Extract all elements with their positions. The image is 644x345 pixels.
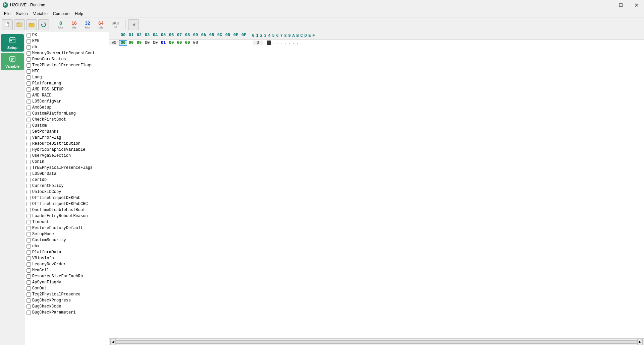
- hex-content[interactable]: 00000000000001000000000.........: [109, 40, 644, 338]
- variable-item[interactable]: OfflineUniqueIDEKPub: [25, 195, 109, 201]
- variable-checkbox[interactable]: [26, 51, 31, 56]
- char-cell[interactable]: .: [279, 41, 283, 45]
- variable-item[interactable]: PK: [25, 32, 109, 38]
- variable-checkbox[interactable]: [26, 220, 31, 224]
- variable-checkbox[interactable]: [26, 226, 31, 230]
- variable-checkbox[interactable]: [26, 63, 31, 68]
- variable-item[interactable]: UserVgaSelection: [25, 153, 109, 159]
- variable-item[interactable]: ApSyncFlagNv: [25, 279, 109, 285]
- menu-file[interactable]: File: [1, 11, 13, 17]
- variable-checkbox[interactable]: [26, 93, 31, 98]
- variable-checkbox[interactable]: [26, 45, 31, 50]
- variable-checkbox[interactable]: [26, 232, 31, 236]
- variable-item[interactable]: LoaderEntryRebootReason: [25, 213, 109, 219]
- variable-checkbox[interactable]: [26, 87, 31, 92]
- hex-cell[interactable]: 00: [151, 41, 159, 45]
- variable-checkbox[interactable]: [26, 124, 31, 128]
- scroll-left-button[interactable]: ◀: [110, 339, 116, 345]
- variable-checkbox[interactable]: [26, 190, 31, 194]
- variable-item[interactable]: PlatformLang: [25, 80, 109, 86]
- variable-item[interactable]: AmdSetup: [25, 105, 109, 111]
- variable-checkbox[interactable]: [26, 69, 31, 74]
- variable-checkbox[interactable]: [26, 280, 31, 285]
- variable-item[interactable]: certdb: [25, 177, 109, 183]
- hex-cell[interactable]: 00: [175, 41, 183, 45]
- variable-checkbox[interactable]: [26, 256, 31, 261]
- variable-checkbox[interactable]: [26, 106, 31, 110]
- variable-checkbox[interactable]: [26, 166, 31, 170]
- variable-checkbox[interactable]: [26, 292, 31, 297]
- variable-item[interactable]: BugCheckProgress: [25, 297, 109, 303]
- variable-item[interactable]: RestoreFactoryDefault: [25, 225, 109, 231]
- variable-item[interactable]: DownCoreStatus: [25, 56, 109, 62]
- menu-compare[interactable]: Compare: [50, 11, 72, 17]
- variable-item[interactable]: BugCheckCode: [25, 303, 109, 309]
- menu-variable[interactable]: Variable: [31, 11, 50, 17]
- hex-cell[interactable]: 00: [192, 41, 200, 45]
- char-cell[interactable]: .: [271, 41, 275, 45]
- variable-checkbox[interactable]: [26, 268, 31, 273]
- variable-checkbox[interactable]: [26, 33, 31, 38]
- refresh-button[interactable]: [38, 19, 49, 30]
- variable-item[interactable]: SetupMode: [25, 231, 109, 237]
- variable-checkbox[interactable]: [26, 250, 31, 255]
- variable-item[interactable]: ConIn: [25, 159, 109, 165]
- variable-item[interactable]: HybridGraphicsVariable: [25, 147, 109, 153]
- variable-item[interactable]: CustomPlatformLang: [25, 111, 109, 117]
- variable-item[interactable]: VBiosInfo: [25, 255, 109, 261]
- variable-item[interactable]: dbx: [25, 243, 109, 249]
- variable-item[interactable]: db: [25, 44, 109, 50]
- close-button[interactable]: ✕: [629, 0, 644, 10]
- variable-checkbox[interactable]: [26, 298, 31, 303]
- variable-item[interactable]: Lang: [25, 74, 109, 80]
- bits-32-button[interactable]: 32 bits: [82, 19, 94, 31]
- variable-checkbox[interactable]: [26, 178, 31, 182]
- variable-item[interactable]: OneTimeDisableFastBoot: [25, 207, 109, 213]
- hex-cell[interactable]: 00: [135, 41, 143, 45]
- variable-checkbox[interactable]: [26, 160, 31, 164]
- bits-8-button[interactable]: 8 bits: [55, 19, 67, 31]
- variable-checkbox[interactable]: [26, 81, 31, 86]
- back-button[interactable]: [128, 19, 139, 30]
- variable-item[interactable]: MTC: [25, 68, 109, 74]
- variable-item[interactable]: CustomSecurity: [25, 237, 109, 243]
- variable-checkbox[interactable]: [26, 202, 31, 206]
- variable-checkbox[interactable]: [26, 130, 31, 134]
- char-cell[interactable]: .: [263, 41, 267, 45]
- variable-checkbox[interactable]: [26, 142, 31, 146]
- variable-item[interactable]: ConOut: [25, 285, 109, 291]
- variable-item[interactable]: OfflineUniqueIDEKPubCRC: [25, 201, 109, 207]
- variable-checkbox[interactable]: [26, 99, 31, 104]
- variable-item[interactable]: ResourceDistribution: [25, 141, 109, 147]
- hex-cell[interactable]: 01: [159, 41, 167, 45]
- char-cell[interactable]: .: [275, 41, 279, 45]
- variable-checkbox[interactable]: [26, 274, 31, 279]
- sidebar-setup-button[interactable]: Setup: [1, 34, 24, 52]
- variable-item[interactable]: UnlockIDCopy: [25, 189, 109, 195]
- variable-checkbox[interactable]: [26, 39, 31, 44]
- variable-item[interactable]: AMD_PBS_SETUP: [25, 86, 109, 92]
- minimize-button[interactable]: −: [598, 0, 613, 10]
- variable-item[interactable]: MemoryOverwriteRequestCont: [25, 50, 109, 56]
- variable-checkbox[interactable]: [26, 208, 31, 212]
- char-cell[interactable]: .: [267, 41, 271, 45]
- variable-item[interactable]: Tcg2PhysicalPresence: [25, 291, 109, 297]
- variable-checkbox[interactable]: [26, 112, 31, 116]
- variable-checkbox[interactable]: [26, 310, 31, 315]
- open-folder-button[interactable]: [26, 19, 37, 30]
- variable-checkbox[interactable]: [26, 244, 31, 249]
- variable-item[interactable]: KEK: [25, 38, 109, 44]
- open-button[interactable]: [14, 19, 25, 30]
- variable-item[interactable]: BugCheckParameter1: [25, 309, 109, 316]
- sidebar-variable-button[interactable]: Variable: [1, 53, 24, 70]
- variable-item[interactable]: AMD_RAID: [25, 92, 109, 98]
- variable-item[interactable]: VarErrorFlag: [25, 135, 109, 141]
- variable-checkbox[interactable]: [26, 304, 31, 309]
- variable-checkbox[interactable]: [26, 196, 31, 200]
- variable-checkbox[interactable]: [26, 172, 31, 176]
- menu-help[interactable]: Help: [72, 11, 86, 17]
- variable-item[interactable]: L05ConfigVar: [25, 98, 109, 105]
- variable-item[interactable]: Custom: [25, 123, 109, 129]
- variable-checkbox[interactable]: [26, 214, 31, 218]
- bits-16-button[interactable]: 16 bits: [68, 19, 80, 31]
